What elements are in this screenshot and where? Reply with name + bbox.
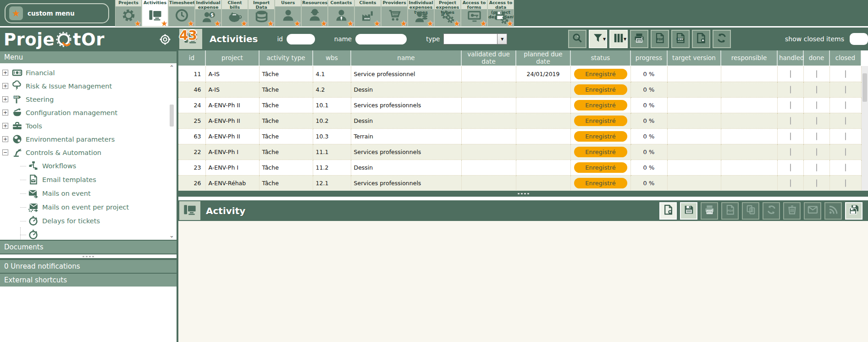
magnifier-button[interactable] <box>568 30 586 48</box>
table-row[interactable]: 11A-ISTâche4.1Service professionnel24/01… <box>178 66 861 82</box>
expander-icon[interactable]: + <box>2 83 8 89</box>
module-button-client-bills[interactable]: Client bills ★ <box>222 0 248 26</box>
table-row[interactable]: 23A-ENV-Ph ITâche11.2DessinEnregistré0 % <box>178 160 861 175</box>
expander-icon[interactable]: + <box>2 96 8 102</box>
column-header-project[interactable]: project <box>205 50 259 66</box>
closed-checkbox[interactable] <box>845 70 846 78</box>
module-button-activities[interactable]: Activities ★ <box>142 0 168 26</box>
module-button-access-to-forms[interactable]: Access to forms ★ <box>461 0 487 26</box>
sidebar-subitem-mails-on-event[interactable]: Mails on event <box>0 187 177 200</box>
module-button-individual-expenses-types[interactable]: Individual expenses types ★ <box>408 0 434 26</box>
module-button-clients[interactable]: Clients ★ <box>355 0 381 26</box>
sidebar-item-risk-issue-management[interactable]: + Risk & Issue Management <box>0 79 177 93</box>
handled-checkbox[interactable] <box>790 148 791 156</box>
module-button-resources[interactable]: Resources ★ <box>302 0 327 26</box>
column-header-target-version[interactable]: target version <box>667 50 721 66</box>
module-button-project-expenses-types[interactable]: Project expenses types ★ <box>435 0 460 26</box>
column-header-activity-type[interactable]: activity type <box>259 50 313 66</box>
envelope-button[interactable] <box>804 202 821 220</box>
column-header-id[interactable]: id <box>178 50 205 66</box>
doc-pdf-button[interactable]: PDF <box>721 202 739 220</box>
done-checkbox[interactable] <box>816 179 817 187</box>
file-plus-button[interactable] <box>659 202 677 220</box>
table-row[interactable]: 25A-ENV-Ph IITâche10.2DessinEnregistré0 … <box>178 113 861 128</box>
sidebar-subitem-delays-for-tickets[interactable]: Delays for tickets <box>0 214 177 228</box>
sidebar-section-external-shortcuts[interactable]: External shortcuts <box>0 273 177 287</box>
chevron-down-icon[interactable]: ▼ <box>498 33 507 44</box>
expander-icon[interactable]: + <box>2 123 8 129</box>
module-button-access-to-data-project-dependant[interactable]: Access to data (project dependant) ★ <box>488 0 514 26</box>
module-button-contacts[interactable]: Contacts ★ <box>328 0 354 26</box>
module-button-providers[interactable]: Providers ★ <box>381 0 407 26</box>
handled-checkbox[interactable] <box>790 86 791 94</box>
closed-checkbox[interactable] <box>845 101 846 109</box>
sidebar-item-controls-automation[interactable]: − Controls & Automation <box>0 146 177 159</box>
module-button-users[interactable]: Users ★ <box>275 0 301 26</box>
sidebar-item-configuration-management[interactable]: + Configuration management <box>0 106 177 119</box>
expander-icon[interactable]: + <box>2 70 8 76</box>
expander-icon[interactable]: + <box>2 136 8 142</box>
closed-checkbox[interactable] <box>845 117 846 125</box>
panel-splitter[interactable] <box>178 191 868 197</box>
sidebar-subitem-email-templates[interactable]: Email templates <box>0 173 177 187</box>
done-checkbox[interactable] <box>816 164 817 171</box>
handled-checkbox[interactable] <box>790 132 791 140</box>
handled-checkbox[interactable] <box>790 101 791 109</box>
floppy-multi-button[interactable] <box>845 202 862 220</box>
closed-checkbox[interactable] <box>845 148 846 156</box>
sidebar-resize-handle[interactable] <box>0 254 177 259</box>
sidebar-subitem-item[interactable] <box>0 228 177 240</box>
filter-id-input[interactable] <box>287 34 315 44</box>
sidebar-item-tools[interactable]: + Tools <box>0 119 177 132</box>
done-checkbox[interactable] <box>816 101 817 109</box>
handled-checkbox[interactable] <box>790 70 791 78</box>
column-header-planned-due[interactable]: planned due date <box>516 50 570 66</box>
closed-checkbox[interactable] <box>845 179 846 187</box>
column-header-progress[interactable]: progress <box>630 50 667 66</box>
column-header-wbs[interactable]: wbs <box>313 50 351 66</box>
projeqtor-logo[interactable]: Proje tOr <box>4 31 105 48</box>
custom-menu-button[interactable]: ★ custom menu <box>5 3 109 23</box>
refresh-button[interactable] <box>713 30 731 48</box>
printer-button[interactable] <box>701 202 718 220</box>
module-button-timesheet[interactable]: Timesheet ★ <box>169 0 194 26</box>
copy-button[interactable] <box>742 202 759 220</box>
done-checkbox[interactable] <box>816 117 817 125</box>
module-button-import-data[interactable]: Import Data ★ <box>249 0 274 26</box>
column-header-closed[interactable]: closed <box>829 50 861 66</box>
expander-icon[interactable]: − <box>2 149 8 155</box>
printer-button[interactable] <box>630 30 648 48</box>
refresh-button[interactable] <box>763 202 780 220</box>
table-row[interactable]: 63A-ENV-Ph IITâche10.3TerrainEnregistré0… <box>178 128 861 144</box>
funnel-button[interactable]: ▼ <box>589 30 607 48</box>
table-row[interactable]: 24A-ENV-Ph IITâche10.1Services professio… <box>178 97 861 113</box>
filter-type-select[interactable]: ▼ <box>443 33 507 44</box>
sidebar-item-environmental-parameters[interactable]: + Environmental parameters <box>0 132 177 146</box>
table-row[interactable]: 26A-ENV-RéhabTâche12.1Services professio… <box>178 175 861 191</box>
expander-icon[interactable]: + <box>2 110 8 116</box>
floppy-button[interactable] <box>680 202 697 220</box>
table-row[interactable]: 22A-ENV-Ph ITâche11.1Services profession… <box>178 144 861 160</box>
handled-checkbox[interactable] <box>790 179 791 187</box>
done-checkbox[interactable] <box>816 132 817 140</box>
columns-button[interactable]: ▼ <box>609 30 628 48</box>
type-select-value[interactable] <box>443 33 498 44</box>
sidebar-subitem-workflows[interactable]: Workflows <box>0 159 177 173</box>
module-button-individual-expense[interactable]: Individual expense $★ <box>195 0 221 26</box>
settings-target-icon[interactable] <box>159 33 171 45</box>
column-header-done[interactable]: done <box>803 50 829 66</box>
filter-name-input[interactable] <box>355 34 407 44</box>
sidebar-subitem-mails-on-event-per-project[interactable]: Mails on event per project <box>0 200 177 214</box>
column-header-status[interactable]: status <box>570 50 630 66</box>
trash-button[interactable] <box>783 202 801 220</box>
file-plus-button[interactable] <box>692 30 710 48</box>
rss-button[interactable] <box>824 202 842 220</box>
done-checkbox[interactable] <box>816 70 817 78</box>
sidebar-section-notifications[interactable]: 0 Unread notifications <box>0 259 177 273</box>
sidebar-item-steering[interactable]: + GO Steering <box>0 93 177 106</box>
handled-checkbox[interactable] <box>790 117 791 125</box>
column-header-responsible[interactable]: responsible <box>721 50 777 66</box>
handled-checkbox[interactable] <box>790 164 791 171</box>
table-row[interactable]: 46A-ISTâche4.2DessinEnregistré0 % <box>178 82 861 97</box>
sidebar-section-documents[interactable]: Documents <box>0 240 177 254</box>
